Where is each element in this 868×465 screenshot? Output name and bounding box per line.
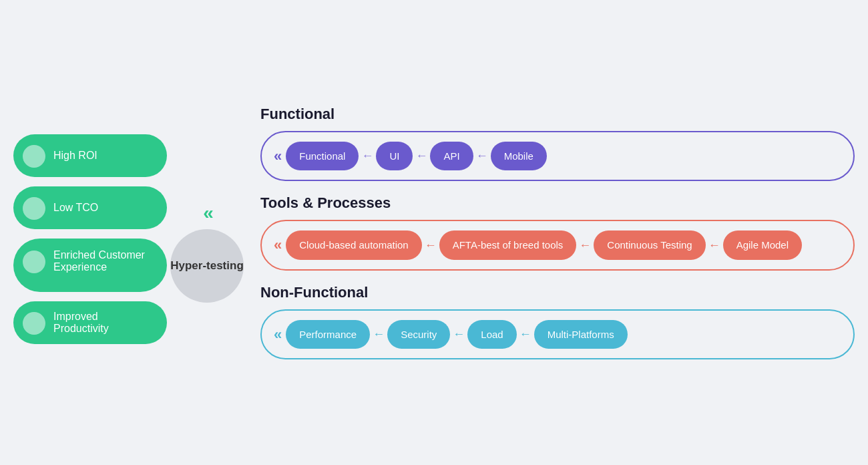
benefit-pill-enriched: Enriched Customer Experience [13,239,167,292]
functional-section: Functional « Functional ← UI ← API ← Mob… [260,106,855,182]
benefit-label-low-tco: Low TCO [53,202,98,214]
pill-circle [23,145,45,168]
main-container: High ROI Low TCO Enriched Customer Exper… [13,12,855,453]
pill-multi-platforms: Multi-Platforms [534,320,628,349]
non-functional-section: Non-Functional « Performance ← Security … [260,284,855,360]
benefit-pill-low-tco: Low TCO [13,186,167,229]
arrow-8: ← [453,327,465,341]
pill-load: Load [467,320,516,349]
benefit-label-enriched: Enriched Customer Experience [53,249,154,273]
non-functional-box: « Performance ← Security ← Load ← Multi-… [260,309,855,360]
pill-functional: Functional [286,142,359,171]
pill-api: API [430,142,473,171]
pill-afta: AFTA-best of breed tools [439,230,577,260]
sections-column: Functional « Functional ← UI ← API ← Mob… [247,106,855,360]
hyper-testing-label: Hyper-testing [170,259,244,273]
benefit-label-improved: Improved Productivity [53,311,154,335]
arrow-4: ← [425,239,437,253]
tools-section: Tools & Processes « Cloud-based automati… [260,194,855,271]
arrow-2: ← [415,149,427,163]
benefit-pill-high-roi: High ROI [13,134,167,177]
pill-ui: UI [376,142,413,171]
pill-security: Security [387,320,450,349]
non-functional-pills-row: Performance ← Security ← Load ← Multi-Pl… [286,320,841,349]
tools-box: « Cloud-based automation ← AFTA-best of … [260,220,855,271]
benefits-column: High ROI Low TCO Enriched Customer Exper… [13,134,167,344]
arrow-3: ← [476,149,488,163]
center-column: « Hyper-testing [167,202,247,303]
pill-performance: Performance [286,320,370,349]
pill-agile: Agile Model [723,230,802,260]
benefit-label-high-roi: High ROI [53,150,97,162]
tools-pills-row: Cloud-based automation ← AFTA-best of br… [286,230,841,260]
arrow-9: ← [519,327,531,341]
arrow-1: ← [361,149,373,163]
functional-box: « Functional ← UI ← API ← Mobile [260,131,855,182]
arrow-6: ← [708,239,720,253]
pill-circle [23,312,45,335]
chevron-functional: « [274,148,279,165]
hyper-testing-circle: Hyper-testing [170,229,244,303]
pill-circle [23,197,45,220]
arrow-5: ← [579,239,591,253]
chevron-non-functional: « [274,326,279,343]
chevron-tools: « [274,237,279,254]
pill-circle [23,251,45,273]
benefit-pill-improved: Improved Productivity [13,301,167,344]
pill-mobile: Mobile [491,142,547,171]
pill-cloud: Cloud-based automation [286,230,421,260]
chevron-left-green: « [203,202,211,224]
non-functional-title: Non-Functional [260,284,855,301]
pill-continuous: Continuous Testing [594,230,705,260]
tools-title: Tools & Processes [260,194,855,212]
functional-pills-row: Functional ← UI ← API ← Mobile [286,142,841,171]
arrow-7: ← [373,327,385,341]
functional-title: Functional [260,106,855,123]
